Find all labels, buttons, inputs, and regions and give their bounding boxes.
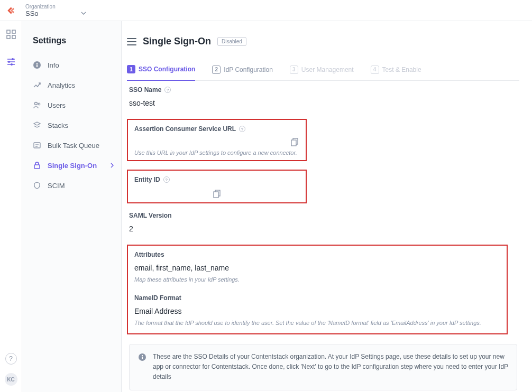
page-title: Single Sign-On [143, 36, 211, 47]
tab-sso-config[interactable]: 1 SSO Configuration [127, 61, 195, 81]
svg-rect-18 [34, 165, 40, 169]
sidebar-item-label: SCIM [48, 182, 65, 190]
field-label-text: SAML Version [129, 212, 171, 219]
svg-point-5 [12, 58, 14, 60]
sidebar-item-label: Bulk Task Queue [48, 142, 99, 150]
svg-rect-2 [7, 35, 10, 39]
users-icon [33, 101, 41, 109]
field-hint: Map these attributes in your IdP setting… [134, 276, 500, 283]
svg-rect-12 [36, 63, 38, 64]
left-rail: ? KC [0, 21, 22, 392]
sidebar-item-label: Single Sign-On [48, 162, 97, 170]
help-tooltip-icon[interactable]: ? [163, 176, 170, 183]
avatar[interactable]: KC [5, 373, 17, 386]
tab-label: Test & Enable [382, 66, 421, 73]
field-label-text: Assertion Consumer Service URL [134, 125, 236, 133]
sidebar-item-info[interactable]: Info [22, 55, 121, 75]
info-icon [33, 61, 41, 69]
org-selector[interactable]: Organization SSo [25, 4, 86, 17]
app-logo-icon [6, 6, 16, 15]
sidebar-title: Settings [22, 36, 121, 55]
field-entity-id: Entity ID ? [127, 170, 307, 203]
top-bar: Organization SSo [0, 0, 532, 21]
tab-test-enable: 4 Test & Enable [371, 61, 421, 80]
page-header: Single Sign-On Disabled [127, 36, 519, 47]
field-label-text: Entity ID [134, 176, 160, 183]
status-badge: Disabled [217, 37, 246, 46]
field-value: email, first_name, last_name [134, 264, 500, 272]
sidebar-item-label: Analytics [48, 81, 75, 89]
field-saml-version: SAML Version 2 [127, 212, 519, 233]
stacks-icon [33, 121, 41, 129]
svg-rect-11 [36, 64, 38, 67]
shield-icon [33, 181, 41, 190]
field-hint: The format that the IdP should use to id… [134, 320, 500, 326]
field-label-text: Attributes [134, 251, 164, 258]
info-box: These are the SSO Details of your Conten… [129, 344, 517, 390]
queue-icon [33, 141, 41, 150]
chevron-right-icon [111, 163, 114, 168]
org-name: SSo [25, 10, 39, 17]
help-tooltip-icon[interactable]: ? [164, 87, 171, 93]
tab-label: User Management [301, 66, 354, 73]
svg-point-14 [38, 103, 40, 105]
field-label-text: SSO Name [129, 86, 161, 94]
lock-icon [33, 161, 41, 170]
sidebar-item-analytics[interactable]: Analytics [22, 75, 121, 95]
svg-rect-20 [291, 140, 296, 146]
help-icon[interactable]: ? [5, 353, 17, 365]
sliders-icon[interactable] [6, 57, 16, 67]
field-value: Email Address [134, 307, 500, 315]
sidebar-item-sso[interactable]: Single Sign-On [22, 155, 121, 175]
help-tooltip-icon[interactable]: ? [239, 126, 245, 132]
tabs: 1 SSO Configuration 2 IdP Configuration … [127, 61, 519, 81]
menu-toggle-icon[interactable] [127, 38, 136, 45]
tab-number: 1 [127, 65, 135, 73]
copy-icon[interactable] [213, 190, 221, 198]
svg-rect-1 [12, 30, 15, 33]
svg-rect-25 [142, 355, 143, 356]
field-sso-name: SSO Name ? sso-test [127, 86, 519, 107]
field-value: sso-test [129, 99, 517, 107]
svg-point-7 [8, 61, 10, 63]
chevron-down-icon [81, 12, 86, 15]
tab-number: 2 [212, 66, 221, 74]
field-label-text: NameID Format [134, 294, 181, 302]
sidebar-item-label: Stacks [48, 122, 68, 129]
svg-point-13 [35, 102, 38, 105]
copy-icon[interactable] [291, 138, 298, 146]
sidebar-item-bulk-task[interactable]: Bulk Task Queue [22, 135, 121, 155]
sidebar: Settings Info Analytics Users Stacks Bul… [22, 21, 122, 392]
tab-idp-config[interactable]: 2 IdP Configuration [212, 61, 273, 80]
info-icon [138, 353, 146, 361]
sidebar-item-label: Users [48, 101, 66, 109]
field-hint: Use this URL in your IdP settings to con… [134, 150, 297, 156]
tab-user-mgmt: 3 User Management [290, 61, 354, 80]
main-content: Single Sign-On Disabled 1 SSO Configurat… [122, 21, 532, 392]
svg-rect-0 [7, 30, 10, 33]
field-acs-url: Assertion Consumer Service URL ? Use thi… [127, 119, 307, 161]
sidebar-item-users[interactable]: Users [22, 95, 121, 115]
svg-point-9 [11, 63, 13, 66]
tab-number: 4 [371, 66, 379, 74]
tab-number: 3 [290, 66, 298, 74]
sidebar-item-scim[interactable]: SCIM [22, 175, 121, 195]
svg-rect-3 [12, 35, 15, 39]
svg-rect-15 [34, 143, 40, 148]
field-value: 2 [129, 225, 517, 233]
sidebar-item-label: Info [48, 61, 59, 69]
tab-label: IdP Configuration [224, 66, 273, 73]
svg-rect-22 [214, 192, 218, 198]
apps-icon[interactable] [6, 30, 16, 39]
field-attributes-group: Attributes email, first_name, last_name … [127, 245, 508, 334]
org-label: Organization [25, 4, 86, 10]
tab-label: SSO Configuration [139, 66, 195, 73]
analytics-icon [33, 81, 41, 89]
svg-rect-24 [142, 357, 143, 359]
sidebar-item-stacks[interactable]: Stacks [22, 115, 121, 135]
info-text: These are the SSO Details of your Conten… [153, 352, 508, 382]
